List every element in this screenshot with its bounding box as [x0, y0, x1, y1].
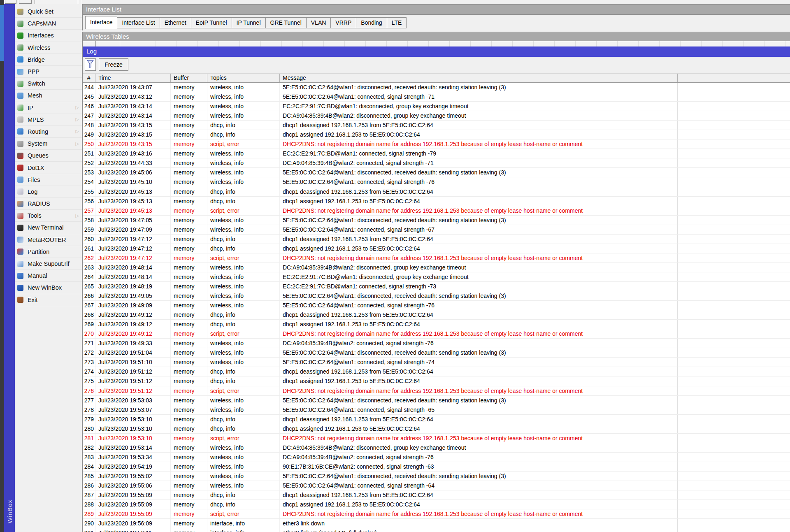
- sidebar-item-log[interactable]: Log: [15, 186, 82, 198]
- column-header-topics[interactable]: Topics: [207, 74, 280, 82]
- log-row[interactable]: 262Jul/23/2020 19:47:12memoryscript, err…: [83, 253, 790, 263]
- log-row[interactable]: 261Jul/23/2020 19:47:12memorydhcp, infod…: [83, 244, 790, 253]
- sidebar-item-interfaces[interactable]: Interfaces: [15, 30, 82, 42]
- log-titlebar[interactable]: Log: [83, 46, 790, 57]
- column-header-num[interactable]: #: [83, 74, 95, 82]
- log-row[interactable]: 290Jul/23/2020 19:56:09memoryinterface, …: [83, 519, 790, 528]
- log-row[interactable]: 248Jul/23/2020 19:43:15memorydhcp, infod…: [83, 121, 790, 130]
- freeze-button[interactable]: Freeze: [99, 58, 128, 71]
- log-row[interactable]: 289Jul/23/2020 19:55:09memoryscript, err…: [83, 509, 790, 519]
- log-row[interactable]: 247Jul/23/2020 19:43:14memorywireless, i…: [83, 111, 790, 121]
- tab-gre-tunnel[interactable]: GRE Tunnel: [265, 17, 307, 28]
- log-row[interactable]: 271Jul/23/2020 19:49:33memorywireless, i…: [83, 339, 790, 348]
- log-row[interactable]: 258Jul/23/2020 19:47:05memorywireless, i…: [83, 216, 790, 225]
- log-row[interactable]: 256Jul/23/2020 19:45:13memorydhcp, infod…: [83, 197, 790, 206]
- sidebar-item-mpls[interactable]: MPLS▷: [15, 114, 82, 126]
- tab-ip-tunnel[interactable]: IP Tunnel: [232, 17, 266, 28]
- log-row[interactable]: 254Jul/23/2020 19:45:10memorywireless, i…: [83, 177, 790, 187]
- tab-interface-list[interactable]: Interface List: [117, 17, 160, 28]
- sidebar-item-metarouter[interactable]: MetaROUTER: [15, 234, 82, 246]
- column-header-buffer[interactable]: Buffer: [171, 74, 207, 82]
- tab-lte[interactable]: LTE: [387, 17, 407, 28]
- log-row[interactable]: 288Jul/23/2020 19:55:09memorydhcp, infod…: [83, 500, 790, 509]
- sidebar-item-partition[interactable]: Partition: [15, 246, 82, 258]
- log-row[interactable]: 251Jul/23/2020 19:43:16memorywireless, i…: [83, 149, 790, 158]
- log-row[interactable]: 265Jul/23/2020 19:48:19memorywireless, i…: [83, 282, 790, 291]
- log-row[interactable]: 278Jul/23/2020 19:53:07memorywireless, i…: [83, 405, 790, 415]
- log-row[interactable]: 264Jul/23/2020 19:48:14memorywireless, i…: [83, 272, 790, 282]
- log-row[interactable]: 279Jul/23/2020 19:53:10memorydhcp, infod…: [83, 415, 790, 424]
- log-row[interactable]: 270Jul/23/2020 19:49:12memoryscript, err…: [83, 329, 790, 339]
- sidebar-item-new-terminal[interactable]: New Terminal: [15, 222, 82, 234]
- radius-icon: [17, 201, 23, 207]
- sidebar-item-new-winbox[interactable]: New WinBox: [15, 282, 82, 294]
- log-row[interactable]: 266Jul/23/2020 19:49:05memorywireless, i…: [83, 291, 790, 301]
- sidebar-item-ppp[interactable]: PPP: [15, 66, 82, 78]
- log-row[interactable]: 285Jul/23/2020 19:55:02memorywireless, i…: [83, 472, 790, 481]
- log-row[interactable]: 260Jul/23/2020 19:47:12memorydhcp, infod…: [83, 235, 790, 244]
- tab-interface[interactable]: Interface: [85, 16, 117, 29]
- sidebar-item-dot1x[interactable]: Dot1X: [15, 162, 82, 174]
- log-row[interactable]: 277Jul/23/2020 19:53:03memorywireless, i…: [83, 396, 790, 405]
- log-row[interactable]: 283Jul/23/2020 19:53:34memorywireless, i…: [83, 453, 790, 462]
- log-row[interactable]: 275Jul/23/2020 19:51:12memorydhcp, infod…: [83, 376, 790, 386]
- log-row[interactable]: 245Jul/23/2020 19:43:12memorywireless, i…: [83, 92, 790, 102]
- tab-ethernet[interactable]: Ethernet: [160, 17, 191, 28]
- log-row[interactable]: 250Jul/23/2020 19:43:15memoryscript, err…: [83, 139, 790, 149]
- log-row[interactable]: 269Jul/23/2020 19:49:12memorydhcp, infod…: [83, 320, 790, 329]
- sidebar-item-make-supout-rif[interactable]: Make Supout.rif: [15, 258, 82, 270]
- sidebar-item-manual[interactable]: Manual: [15, 270, 82, 282]
- sidebar-item-exit[interactable]: Exit: [15, 294, 82, 306]
- cutoff-toolbar-fragment[interactable]: [5, 0, 16, 4]
- log-row[interactable]: 286Jul/23/2020 19:55:06memorywireless, i…: [83, 481, 790, 490]
- sidebar-item-tools[interactable]: Tools▷: [15, 210, 82, 222]
- log-cell-num: 285: [83, 472, 95, 481]
- log-row[interactable]: 276Jul/23/2020 19:51:12memoryscript, err…: [83, 386, 790, 396]
- interface-list-titlebar[interactable]: Interface List: [82, 4, 790, 15]
- log-row[interactable]: 272Jul/23/2020 19:51:04memorywireless, i…: [83, 348, 790, 358]
- wireless-tables-titlebar[interactable]: Wireless Tables: [82, 32, 790, 41]
- log-cell-buffer: memory: [171, 348, 207, 357]
- log-row[interactable]: 267Jul/23/2020 19:49:09memorywireless, i…: [83, 301, 790, 310]
- log-row[interactable]: 287Jul/23/2020 19:55:09memorydhcp, infod…: [83, 490, 790, 500]
- sidebar-item-ip[interactable]: IP▷: [15, 102, 82, 114]
- sidebar-item-capsman[interactable]: CAPsMAN: [15, 18, 82, 30]
- log-row[interactable]: 282Jul/23/2020 19:53:14memorywireless, i…: [83, 443, 790, 453]
- log-row[interactable]: 257Jul/23/2020 19:45:13memoryscript, err…: [83, 206, 790, 216]
- log-cell-message: 5E:E5:0C:0C:C2:64@wlan1: disconnected, r…: [280, 348, 678, 357]
- log-row[interactable]: 244Jul/23/2020 19:43:07memorywireless, i…: [83, 83, 790, 92]
- sidebar-item-system[interactable]: System▷: [15, 138, 82, 150]
- sidebar-item-quick-set[interactable]: Quick Set: [15, 6, 82, 18]
- tab-bonding[interactable]: Bonding: [356, 17, 387, 28]
- log-row[interactable]: 274Jul/23/2020 19:51:12memorydhcp, infod…: [83, 367, 790, 376]
- log-row[interactable]: 246Jul/23/2020 19:43:14memorywireless, i…: [83, 102, 790, 111]
- tab-vlan[interactable]: VLAN: [306, 17, 331, 28]
- log-row[interactable]: 291Jul/23/2020 19:56:11memoryinterface, …: [83, 528, 790, 532]
- log-row[interactable]: 284Jul/23/2020 19:54:19memorywireless, i…: [83, 462, 790, 472]
- log-row[interactable]: 280Jul/23/2020 19:53:10memorydhcp, infod…: [83, 424, 790, 434]
- log-row[interactable]: 259Jul/23/2020 19:47:09memorywireless, i…: [83, 225, 790, 235]
- scrollbar-thumb[interactable]: [0, 5, 4, 61]
- log-row[interactable]: 273Jul/23/2020 19:51:10memorywireless, i…: [83, 358, 790, 367]
- log-row[interactable]: 268Jul/23/2020 19:49:12memorydhcp, infod…: [83, 310, 790, 320]
- sidebar-item-wireless[interactable]: Wireless: [15, 42, 82, 54]
- sidebar-item-routing[interactable]: Routing▷: [15, 126, 82, 138]
- log-row[interactable]: 281Jul/23/2020 19:53:10memoryscript, err…: [83, 434, 790, 443]
- sidebar-item-files[interactable]: Files: [15, 174, 82, 186]
- sidebar-item-radius[interactable]: RADIUS: [15, 198, 82, 210]
- sidebar-item-queues[interactable]: Queues: [15, 150, 82, 162]
- column-header-time[interactable]: Time: [95, 74, 171, 82]
- log-row[interactable]: 249Jul/23/2020 19:43:15memorydhcp, infod…: [83, 130, 790, 139]
- column-header-message[interactable]: Message: [280, 74, 678, 82]
- log-row[interactable]: 252Jul/23/2020 19:44:33memorywireless, i…: [83, 158, 790, 168]
- sidebar-item-bridge[interactable]: Bridge: [15, 54, 82, 66]
- filter-button[interactable]: [85, 58, 96, 71]
- log-row[interactable]: 255Jul/23/2020 19:45:13memorydhcp, infod…: [83, 187, 790, 197]
- log-row[interactable]: 263Jul/23/2020 19:48:14memorywireless, i…: [83, 263, 790, 272]
- tab-vrrp[interactable]: VRRP: [330, 17, 356, 28]
- sidebar-item-mesh[interactable]: Mesh: [15, 90, 82, 102]
- tab-eoip-tunnel[interactable]: EoIP Tunnel: [191, 17, 232, 28]
- cutoff-toolbar-fragment[interactable]: [19, 0, 32, 4]
- log-row[interactable]: 253Jul/23/2020 19:45:06memorywireless, i…: [83, 168, 790, 177]
- sidebar-item-switch[interactable]: Switch: [15, 78, 82, 90]
